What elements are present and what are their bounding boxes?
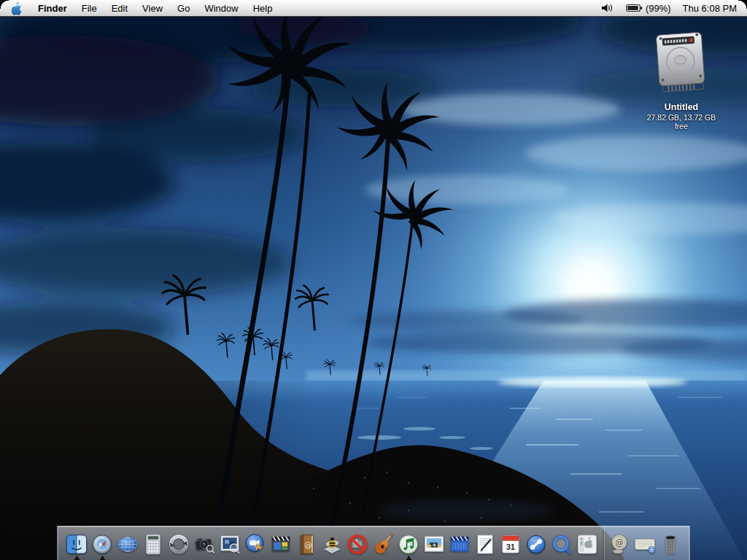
dock-item-imovie[interactable] [268,528,294,560]
dock-item-globe[interactable] [115,528,141,560]
desktop-icon-untitled[interactable]: Untitled 27.82 GB, 13.72 GB free [643,29,719,131]
dock-item-iphoto[interactable] [422,528,447,560]
quicktime-icon [550,532,574,556]
menu-view[interactable]: View [135,0,170,16]
dock-item-calculator[interactable] [141,528,166,560]
keyboarddoc-icon [633,532,657,556]
volume-menu-extra[interactable] [595,0,620,16]
dock-item-trash[interactable] [658,528,684,560]
menu-clock: Thu 6:08 PM [683,3,737,14]
running-indicator [99,556,105,560]
dock-item-finder[interactable] [64,528,90,560]
ichatav-icon [244,532,268,556]
dock-item-ical[interactable]: 31 [498,528,524,560]
safari-icon [90,532,115,556]
addressbook-icon: @ [295,532,319,556]
imoviehd-icon [448,532,472,556]
svg-text:31: 31 [506,542,515,551]
globe-icon [116,532,140,556]
imovie-icon [269,532,293,556]
garageband-icon [371,532,395,556]
dock-item-preview[interactable] [217,528,243,560]
wallpaper-image [0,0,747,560]
ical-icon: 31 [499,532,523,556]
dock-item-bee[interactable] [320,528,345,560]
finder-icon [65,532,89,556]
dock-item-phone[interactable] [524,528,549,560]
isync-icon [167,532,191,556]
menu-go[interactable]: Go [170,0,197,16]
dock-item-nosign[interactable] [345,528,371,560]
phone-icon [525,532,549,556]
menu-edit[interactable]: Edit [104,0,135,16]
battery-menu-extra[interactable]: (99%) [620,0,677,16]
bee-icon [320,532,344,556]
dock-item-ichatav[interactable] [243,528,268,560]
preview-icon [218,532,242,556]
menu-finder[interactable]: Finder [31,0,74,16]
trash-icon [659,532,683,556]
dock-item-garageband[interactable] [371,528,396,560]
dock-item-sysprefs[interactable] [575,528,600,560]
dock-item-quicktime[interactable] [549,528,575,560]
dock: @31@ [58,526,690,560]
dock-item-imoviehd[interactable] [447,528,473,560]
dock-item-itunes[interactable] [396,528,422,560]
desktop[interactable]: FinderFileEditViewGoWindowHelp (99%) Thu… [0,0,747,560]
atstamp-icon: @ [608,532,632,556]
screen-corner-right [738,0,747,9]
battery-icon [626,4,643,12]
dock-item-safari[interactable] [90,528,115,560]
volume-label: Untitled [643,102,719,112]
battery-percent: (99%) [646,3,671,14]
menu-file[interactable]: File [74,0,104,16]
nosign-icon [346,532,370,556]
apple-logo-icon [12,1,22,15]
screen-corner-left [0,0,9,9]
dock-item-textedit[interactable] [473,528,498,560]
menu-help[interactable]: Help [246,0,280,16]
menu-window[interactable]: Window [197,0,245,16]
calculator-icon [142,532,166,556]
camera-icon [193,532,217,556]
itunes-icon [397,532,421,556]
clock-menu-extra[interactable]: Thu 6:08 PM [677,0,747,16]
speaker-icon [601,3,614,13]
iphoto-icon [422,532,446,556]
dock-item-keyboarddoc[interactable] [632,528,658,560]
dock-item-isync[interactable] [166,528,192,560]
svg-text:@: @ [615,537,624,547]
textedit-icon [473,532,498,556]
dock-separator [600,528,607,560]
hard-drive-icon [651,29,712,96]
running-indicator [406,556,411,560]
menu-bar: FinderFileEditViewGoWindowHelp (99%) Thu… [0,0,747,17]
dock-item-camera[interactable] [192,528,217,560]
volume-detail: 27.82 GB, 13.72 GB free [643,113,719,131]
running-indicator [74,556,80,560]
dock-item-atstamp[interactable]: @ [607,528,632,560]
sysprefs-icon [576,532,600,556]
svg-text:@: @ [304,540,312,549]
dock-item-addressbook[interactable]: @ [294,528,320,560]
